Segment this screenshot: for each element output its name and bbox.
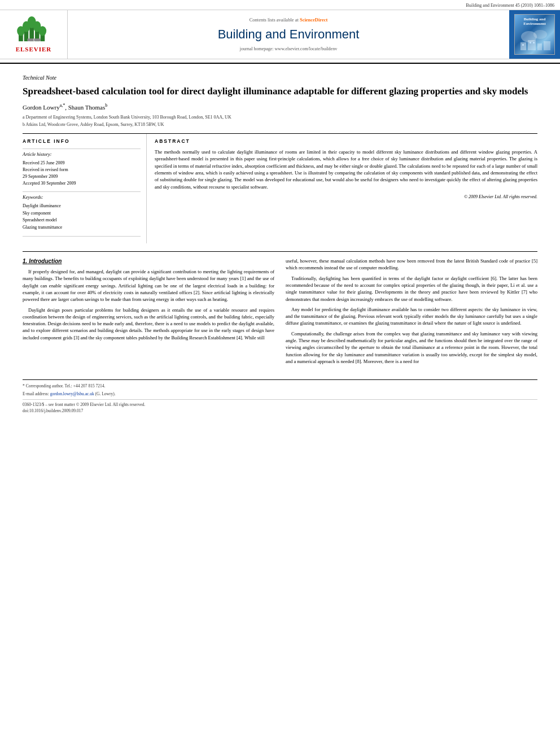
divider-3 [23,236,141,237]
journal-ref: Building and Environment 45 (2010) 1081–… [466,2,554,8]
keyword-list: Daylight illuminance Sky component Sprea… [23,203,141,231]
article-type-label: Technical Note [23,74,537,82]
journal-main-header: ELSEVIER Contents lists available at Sci… [0,10,560,59]
keyword-3: Spreadsheet model [23,217,141,224]
sciencedirect-link[interactable]: ScienceDirect [300,17,327,23]
abstract-column: ABSTRACT The methods normally used to ca… [147,134,537,243]
journal-center: Contents lists available at ScienceDirec… [68,10,509,58]
left-column: 1. Introduction If properly designed for… [23,257,274,368]
keywords-block: Keywords: Daylight illuminance Sky compo… [23,194,141,231]
journal-homepage: journal homepage: www.elsevier.com/locat… [240,46,337,52]
article-title: Spreadsheet-based calculation tool for d… [23,85,537,98]
footer-issn: 0360-1323/$ – see front matter © 2009 El… [23,402,537,408]
journal-cover-box: Building and Environment [509,10,560,58]
divider-1 [23,148,141,149]
keyword-1: Daylight illuminance [23,203,141,210]
cover-graphic-icon [518,27,552,50]
revised-label: Received in revised form [23,167,141,173]
copyright-line: © 2009 Elsevier Ltd. All rights reserved… [155,194,537,200]
keyword-4: Glazing transmittance [23,224,141,231]
elsevier-label: ELSEVIER [16,45,52,54]
journal-header: Building and Environment 45 (2010) 1081–… [0,0,560,64]
footer-email: E-mail address: gordon.lowry@lsbu.ac.uk … [23,391,537,397]
elsevier-tree-icon [17,15,51,43]
svg-rect-18 [544,41,550,50]
footer-doi: doi:10.1016/j.buildenv.2009.09.017 [23,408,537,414]
author-gordon: Gordon Lowry [23,103,60,110]
author-sep: , Shaun Thomas [65,103,105,110]
history-label: Article history: [23,151,141,158]
author-b-super: b [105,103,107,108]
intro-section-title: 1. Introduction [23,257,274,265]
journal-title: Building and Environment [218,26,360,43]
sciencedirect-line: Contents lists available at ScienceDirec… [250,17,328,24]
article-body: 1. Introduction If properly designed for… [23,251,537,368]
right-para-1: useful, however, these manual calculatio… [286,257,537,272]
received-date-1: Received 25 June 2009 [23,160,141,167]
info-abstract-grid: ARTICLE INFO Article history: Received 2… [23,133,537,243]
footer-divider [23,399,537,400]
article-footer: * Corresponding author. Tel.: +44 207 81… [23,379,537,414]
body-content: Technical Note Spreadsheet-based calcula… [0,64,560,420]
author-a-super: a,* [60,103,65,108]
svg-point-9 [38,26,46,36]
svg-rect-17 [537,43,542,50]
divider-2 [23,191,141,192]
authors-line: Gordon Lowrya,*, Shaun Thomasb [23,102,537,112]
journal-cover-image: Building and Environment [514,14,555,55]
keyword-2: Sky component [23,210,141,217]
svg-rect-21 [533,42,535,43]
svg-rect-20 [530,42,531,43]
journal-top-bar: Building and Environment 45 (2010) 1081–… [0,0,560,10]
abstract-header: ABSTRACT [155,138,537,145]
keywords-label: Keywords: [23,194,141,201]
right-para-2: Traditionally, daylighting has been quan… [286,275,537,303]
received-date-2: 29 September 2009 [23,173,141,180]
svg-rect-19 [522,44,524,46]
footer-email-link[interactable]: gordon.lowry@lsbu.ac.uk [50,391,94,396]
elsevier-logo-box: ELSEVIER [0,10,68,58]
affil-b: b Atkins Ltd, Woodcote Grove, Ashley Roa… [23,121,537,128]
article-info-header: ARTICLE INFO [23,138,141,145]
article-info-column: ARTICLE INFO Article history: Received 2… [23,134,147,243]
intro-para-1: If properly designed for, and managed, d… [23,268,274,303]
intro-para-2: Daylight design poses particular problem… [23,307,274,342]
abstract-text: The methods normally used to calculate d… [155,148,537,190]
page: Building and Environment 45 (2010) 1081–… [0,0,560,747]
right-para-4: Computationally, the challenge arises fr… [286,330,537,365]
right-column: useful, however, these manual calculatio… [286,257,537,368]
svg-rect-16 [528,40,536,50]
svg-rect-15 [520,42,526,50]
affil-a: a Department of Engineering Systems, Lon… [23,114,537,120]
accepted-date: Accepted 30 September 2009 [23,180,141,187]
footer-corresponding: * Corresponding author. Tel.: +44 207 81… [23,383,537,390]
right-para-3: Any model for predicting the daylight il… [286,306,537,327]
affiliations: a Department of Engineering Systems, Lon… [23,114,537,128]
svg-point-14 [533,30,547,39]
cover-title: Building and Environment [523,17,546,27]
article-history-block: Article history: Received 25 June 2009 R… [23,151,141,187]
